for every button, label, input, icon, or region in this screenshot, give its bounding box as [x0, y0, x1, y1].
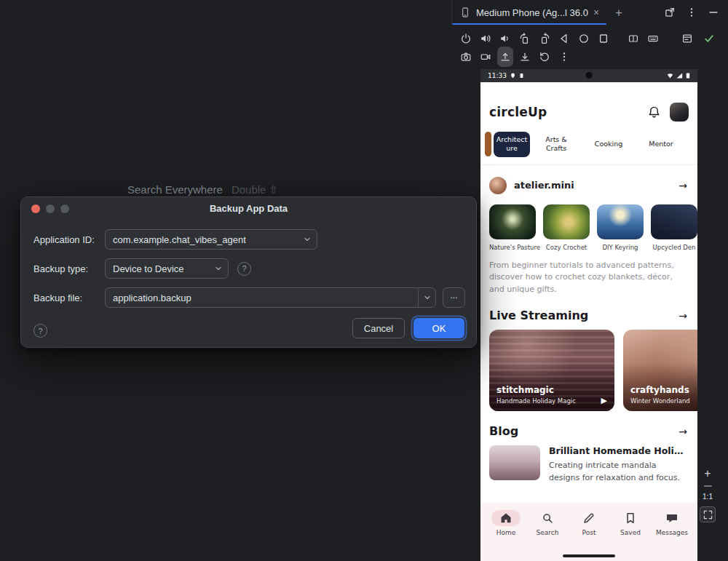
more-actions-button[interactable]	[558, 49, 570, 65]
backup-type-select[interactable]: Device to Device	[105, 258, 229, 279]
rotate-right-icon	[539, 33, 550, 44]
tab-cooking[interactable]: Cooking	[590, 140, 628, 148]
blog-post-item[interactable]: Brilliant Homemade Holiday … Creating in…	[480, 438, 697, 484]
vibrate-icon	[519, 73, 524, 79]
profile-description: From beginner tutorials to advanced patt…	[480, 251, 697, 296]
take-screenshot-button[interactable]	[460, 49, 472, 65]
ok-button[interactable]: OK	[414, 318, 464, 338]
cancel-button[interactable]: Cancel	[352, 318, 405, 338]
nav-post[interactable]: Post	[569, 510, 609, 561]
backup-app-data-dialog: Backup App Data Application ID: com.exam…	[20, 196, 477, 348]
card-image	[651, 204, 697, 239]
project-card[interactable]: Upcycled Den	[651, 204, 697, 251]
reset-device-button[interactable]	[539, 49, 550, 65]
featured-profile-row[interactable]: atelier.mini →	[480, 165, 697, 194]
section-title: Blog	[489, 424, 518, 438]
blog-post-title: Brilliant Homemade Holiday …	[549, 445, 687, 456]
backup-type-label: Backup type:	[33, 263, 105, 274]
power-icon	[460, 33, 472, 44]
stream-name: stitchmagic	[496, 385, 554, 395]
device-screen[interactable]: 11:33 circleUp Architecture Arts & Craf	[480, 69, 697, 561]
status-bar: 11:33	[480, 69, 697, 82]
volume-up-button[interactable]	[480, 31, 491, 47]
screenshot-test-button[interactable]	[681, 31, 693, 47]
card-caption: Cozy Crochet	[543, 244, 590, 251]
zoom-in-button[interactable]: +	[704, 468, 711, 480]
device-tab[interactable]: Medium Phone (Ag...l 36.0 ×	[452, 0, 606, 25]
device-toolbar-secondary	[460, 49, 570, 65]
rotate-left-button[interactable]	[519, 31, 531, 47]
zoom-out-button[interactable]	[704, 485, 712, 487]
upload-icon	[499, 51, 511, 63]
back-button[interactable]	[558, 31, 570, 47]
notifications-bell-icon[interactable]	[647, 106, 661, 119]
browse-file-button[interactable]: ...	[443, 287, 465, 308]
tab-mentor[interactable]: Mentor	[642, 140, 680, 148]
backup-file-combobox[interactable]	[105, 287, 436, 308]
dialog-help-button[interactable]: ?	[33, 324, 47, 338]
status-time: 11:33	[488, 72, 507, 79]
arrow-right-icon[interactable]: →	[678, 310, 687, 322]
panel-options-button[interactable]	[686, 4, 697, 20]
record-screen-button[interactable]	[480, 49, 491, 65]
nav-messages[interactable]: Messages	[652, 510, 692, 561]
profile-avatar	[489, 177, 507, 194]
arrow-right-icon[interactable]: →	[678, 180, 687, 191]
card-image	[543, 204, 590, 239]
home-button[interactable]	[578, 31, 590, 47]
overview-button[interactable]	[598, 31, 609, 47]
gesture-bar[interactable]	[563, 554, 615, 557]
play-icon[interactable]: ▶	[601, 396, 607, 405]
stream-subtitle: Winter Wonderland	[630, 397, 690, 405]
hardware-input-button[interactable]	[647, 31, 659, 47]
stream-card[interactable]: craftyhands Winter Wonderland	[623, 330, 697, 411]
rotate-right-button[interactable]	[539, 31, 550, 47]
fold-device-button[interactable]	[628, 31, 639, 47]
add-device-button[interactable]: +	[615, 7, 622, 19]
push-file-button[interactable]	[499, 49, 511, 65]
search-everywhere-shortcut: Double ⇧	[232, 183, 278, 196]
fit-to-window-button[interactable]	[700, 506, 716, 522]
backup-type-help-button[interactable]: ?	[237, 262, 251, 276]
battery-icon	[686, 73, 690, 79]
zoom-toolbar: + 1:1	[697, 468, 719, 522]
close-tab-icon[interactable]: ×	[593, 7, 599, 17]
video-camera-icon	[480, 51, 491, 63]
bottom-navigation: Home Search Post Saved	[480, 503, 697, 561]
stream-name: craftyhands	[630, 385, 689, 395]
fold-device-icon	[628, 33, 639, 44]
home-circle-icon	[578, 33, 590, 44]
tab-arts-crafts[interactable]: Arts & Crafts	[537, 135, 575, 154]
nav-label: Post	[582, 529, 596, 536]
kebab-menu-icon	[686, 7, 697, 18]
tab-architecture[interactable]: Architecture	[494, 132, 530, 157]
device-tab-title: Medium Phone (Ag...l 36.0	[476, 7, 588, 18]
open-in-window-button[interactable]	[664, 4, 676, 20]
volume-down-button[interactable]	[499, 31, 511, 47]
backup-file-input[interactable]	[113, 293, 412, 303]
home-icon	[499, 512, 513, 525]
save-file-button[interactable]	[519, 49, 531, 65]
chevron-down-icon	[215, 265, 222, 272]
card-caption: Upcycled Den	[651, 244, 697, 251]
android-studio-window: Search EverywhereDouble ⇧ Medium Phone (…	[0, 0, 728, 561]
power-button[interactable]	[460, 31, 472, 47]
card-image	[489, 204, 536, 239]
zoom-reset-button[interactable]: 1:1	[703, 493, 713, 501]
project-card[interactable]: Nature's Pasture	[489, 204, 536, 251]
application-id-select[interactable]: com.example.chat_vibes_agent	[105, 229, 317, 250]
hide-panel-button[interactable]	[708, 4, 719, 20]
nav-saved[interactable]: Saved	[611, 510, 650, 561]
backup-file-dropdown-button[interactable]	[418, 288, 435, 307]
nav-search[interactable]: Search	[528, 510, 567, 561]
project-card[interactable]: DIY Keyring	[597, 204, 644, 251]
arrow-right-icon[interactable]: →	[678, 426, 687, 437]
user-avatar[interactable]	[670, 103, 689, 122]
project-card[interactable]: Cozy Crochet	[543, 204, 590, 251]
tab-scroll-sliver[interactable]	[485, 132, 491, 156]
stream-card[interactable]: stitchmagic Handmade Holiday Magic ▶	[489, 330, 614, 411]
back-icon	[558, 33, 570, 44]
nav-home[interactable]: Home	[486, 510, 526, 561]
camera-icon	[460, 51, 472, 63]
app-title: circleUp	[489, 105, 547, 119]
